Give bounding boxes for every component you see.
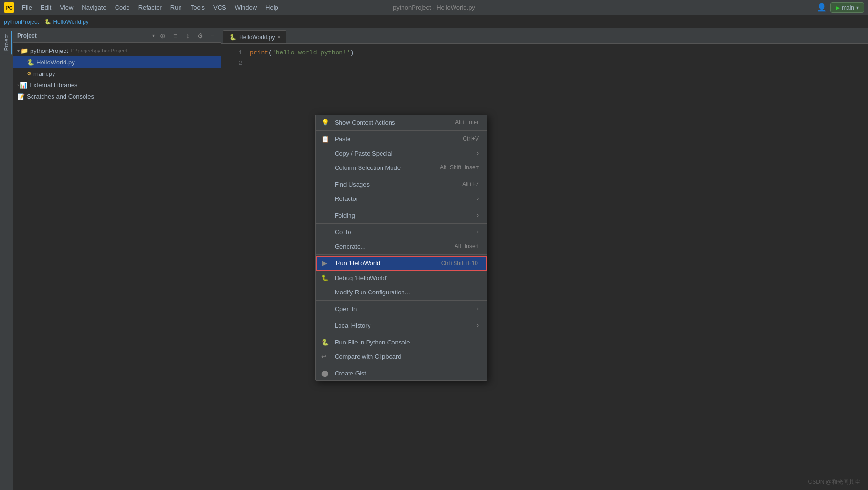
ctx-arrow-open-in: › bbox=[477, 305, 479, 312]
panel-settings-icon[interactable]: ⚙ bbox=[196, 31, 204, 40]
tree-item-ext-libs[interactable]: › 📊 External Libraries bbox=[13, 79, 221, 91]
code-keyword-print: print bbox=[250, 48, 268, 58]
menu-view[interactable]: View bbox=[56, 2, 77, 13]
menu-refactor[interactable]: Refactor bbox=[135, 2, 166, 13]
menu-help[interactable]: Help bbox=[262, 2, 282, 13]
tree-label-helloworld: HelloWorld.py bbox=[36, 59, 75, 66]
ctx-label-compare-clipboard: Compare with Clipboard bbox=[335, 353, 479, 360]
run-config-arrow: ▾ bbox=[856, 4, 859, 11]
run-config-button[interactable]: ▶ main ▾ bbox=[830, 2, 864, 13]
ctx-paste[interactable]: 📋 Paste Ctrl+V bbox=[316, 132, 487, 146]
menu-edit[interactable]: Edit bbox=[37, 2, 55, 13]
ctx-label-open-in: Open In bbox=[335, 305, 475, 313]
python-alt-file-icon: ⚙ bbox=[27, 71, 32, 77]
menu-run[interactable]: Run bbox=[167, 2, 186, 13]
ctx-copy-paste-special[interactable]: Copy / Paste Special › bbox=[316, 146, 487, 160]
project-panel-header: Project ▾ ⊕ ≡ ↕ ⚙ − bbox=[13, 29, 221, 43]
ctx-folding[interactable]: Folding › bbox=[316, 208, 487, 222]
tree-item-scratches[interactable]: 📝 Scratches and Consoles bbox=[13, 91, 221, 102]
ctx-refactor[interactable]: Refactor › bbox=[316, 191, 487, 206]
title-bar: PC File Edit View Navigate Code Refactor… bbox=[0, 0, 868, 15]
compare-icon: ↩ bbox=[321, 353, 331, 360]
breadcrumb-file[interactable]: HelloWorld.py bbox=[53, 19, 88, 25]
ctx-label-paste: Paste bbox=[335, 136, 459, 143]
ctx-modify-run-config[interactable]: Modify Run Configuration... bbox=[316, 285, 487, 299]
code-line-2 bbox=[250, 58, 862, 69]
ctx-create-gist[interactable]: ⬤ Create Gist... bbox=[316, 366, 487, 380]
ctx-run-python-console[interactable]: 🐍 Run File in Python Console bbox=[316, 335, 487, 349]
main-layout: Project Project ▾ ⊕ ≡ ↕ ⚙ − ▾ 📁 pythonPr… bbox=[0, 29, 868, 490]
project-tree: ▾ 📁 pythonProject D:\project\pythonProje… bbox=[13, 43, 221, 490]
menu-tools[interactable]: Tools bbox=[187, 2, 209, 13]
ctx-local-history[interactable]: Local History › bbox=[316, 318, 487, 333]
ctx-shortcut-find-usages: Alt+F7 bbox=[462, 181, 479, 188]
watermark: CSDN @和光同其尘 bbox=[808, 478, 860, 486]
scratches-icon: 📝 bbox=[17, 93, 25, 100]
tree-arrow-root: ▾ bbox=[17, 48, 20, 53]
menu-navigate[interactable]: Navigate bbox=[78, 2, 110, 13]
ctx-show-context-actions[interactable]: 💡 Show Context Actions Alt+Enter bbox=[316, 115, 487, 129]
ctx-debug-helloworld[interactable]: 🐛 Debug 'HelloWorld' bbox=[316, 271, 487, 285]
ctx-label-find-usages: Find Usages bbox=[335, 181, 458, 188]
ctx-label-refactor: Refactor bbox=[335, 195, 475, 202]
code-line-1: print('hello world python!') bbox=[250, 48, 862, 58]
tree-item-main[interactable]: ⚙ main.py bbox=[13, 68, 221, 79]
code-string: 'hello world python!' bbox=[272, 48, 350, 58]
ctx-arrow-copy-paste: › bbox=[477, 150, 479, 156]
ctx-sep-2 bbox=[316, 176, 487, 176]
context-menu: 💡 Show Context Actions Alt+Enter 📋 Paste… bbox=[315, 115, 487, 381]
ctx-compare-clipboard[interactable]: ↩ Compare with Clipboard bbox=[316, 349, 487, 364]
ctx-generate[interactable]: Generate... Alt+Insert bbox=[316, 239, 487, 253]
breadcrumb: pythonProject › 🐍 HelloWorld.py bbox=[0, 15, 868, 29]
ctx-label-create-gist: Create Gist... bbox=[335, 370, 479, 377]
breadcrumb-sep: › bbox=[41, 19, 42, 25]
tree-label-root: pythonProject bbox=[30, 47, 68, 54]
panel-sort-icon[interactable]: ↕ bbox=[183, 31, 192, 40]
breadcrumb-project[interactable]: pythonProject bbox=[4, 19, 39, 25]
line-num-2: 2 bbox=[223, 58, 242, 69]
tree-item-root[interactable]: ▾ 📁 pythonProject D:\project\pythonProje… bbox=[13, 45, 221, 56]
ctx-label-modify-run: Modify Run Configuration... bbox=[335, 289, 479, 296]
panel-minimize-icon[interactable]: − bbox=[208, 31, 217, 40]
ctx-shortcut-run-helloworld: Ctrl+Shift+F10 bbox=[441, 260, 478, 267]
python-console-icon: 🐍 bbox=[321, 339, 331, 346]
tree-label-main: main.py bbox=[33, 70, 55, 77]
window-title: pythonProject - HelloWorld.py bbox=[393, 4, 475, 11]
code-paren-open: ( bbox=[268, 48, 272, 58]
ctx-label-generate: Generate... bbox=[335, 243, 451, 250]
tree-label-scratches: Scratches and Consoles bbox=[27, 93, 94, 100]
folder-icon: 📁 bbox=[21, 47, 28, 54]
ctx-run-helloworld[interactable]: ▶ Run 'HelloWorld' Ctrl+Shift+F10 bbox=[316, 256, 487, 271]
menu-code[interactable]: Code bbox=[111, 2, 134, 13]
title-bar-right: 👤 ▶ main ▾ bbox=[817, 2, 864, 13]
menu-window[interactable]: Window bbox=[231, 2, 261, 13]
tree-item-helloworld[interactable]: 🐍 HelloWorld.py bbox=[13, 56, 221, 68]
ctx-column-selection[interactable]: Column Selection Mode Alt+Shift+Insert bbox=[316, 160, 487, 175]
sidebar-tab-project[interactable]: Project bbox=[1, 31, 12, 54]
ctx-shortcut-paste: Ctrl+V bbox=[463, 136, 479, 142]
ctx-sep-1 bbox=[316, 130, 487, 131]
ctx-open-in[interactable]: Open In › bbox=[316, 302, 487, 316]
editor-tab-helloworld[interactable]: 🐍 HelloWorld.py × bbox=[223, 30, 286, 43]
debug-icon: 🐛 bbox=[321, 274, 331, 281]
editor-tabs: 🐍 HelloWorld.py × bbox=[221, 29, 868, 44]
ctx-label-goto: Go To bbox=[335, 229, 475, 236]
ctx-label-local-history: Local History bbox=[335, 322, 475, 329]
menu-vcs[interactable]: VCS bbox=[210, 2, 230, 13]
ctx-goto[interactable]: Go To › bbox=[316, 225, 487, 239]
code-paren-close: ) bbox=[350, 48, 354, 58]
ctx-label-run-helloworld: Run 'HelloWorld' bbox=[336, 260, 437, 267]
menu-file[interactable]: File bbox=[18, 2, 36, 13]
ctx-shortcut-column-selection: Alt+Shift+Insert bbox=[440, 164, 479, 171]
ctx-arrow-folding: › bbox=[477, 212, 479, 219]
ctx-find-usages[interactable]: Find Usages Alt+F7 bbox=[316, 177, 487, 191]
app-logo: PC bbox=[4, 2, 14, 13]
tab-close-button[interactable]: × bbox=[277, 34, 280, 40]
user-icon[interactable]: 👤 bbox=[817, 3, 826, 12]
tree-arrow-ext-libs: › bbox=[17, 83, 19, 88]
python-file-icon: 🐍 bbox=[27, 59, 34, 66]
libraries-icon: 📊 bbox=[20, 82, 27, 89]
panel-locate-icon[interactable]: ⊕ bbox=[159, 31, 167, 40]
panel-collapse-icon[interactable]: ≡ bbox=[171, 31, 180, 40]
line-numbers: 1 2 bbox=[221, 44, 244, 490]
